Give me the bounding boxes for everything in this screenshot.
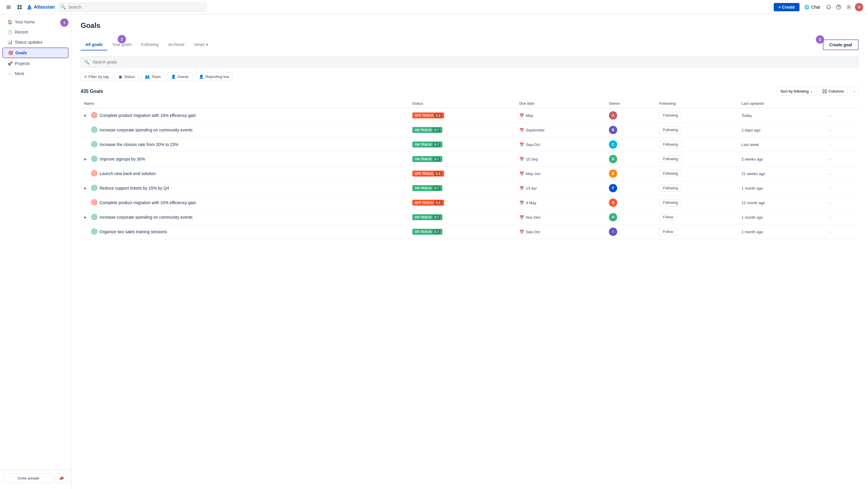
expand-icon[interactable]: ▶ <box>84 113 89 117</box>
goal-following-cell: Following <box>655 137 738 152</box>
expand-icon[interactable]: ▶ <box>84 157 89 161</box>
goal-owner-cell: C <box>606 137 655 152</box>
status-filter-button[interactable]: ▣ Status <box>115 73 139 81</box>
search-goals-input[interactable] <box>81 56 859 68</box>
due-date-value: May <box>526 113 533 118</box>
table-row: ▶ Increase corporate spending on communi… <box>81 210 859 225</box>
following-button[interactable]: Following <box>659 112 682 119</box>
goal-name[interactable]: Reduce support tickets by 15% by Q4 <box>100 186 169 191</box>
search-input[interactable] <box>58 3 207 11</box>
goals-table: Name Status Due date Owner Following Las… <box>81 99 859 239</box>
expand-icon[interactable]: ▶ <box>84 215 89 219</box>
calendar-icon: 📅 <box>519 186 524 191</box>
main-content: Goals All goals 2 Your goals Following A… <box>71 14 868 489</box>
topbar-left: Atlassian <box>5 3 55 11</box>
row-more-button[interactable]: ··· <box>827 141 832 148</box>
sidebar-item-recent[interactable]: 🕐 Recent <box>2 27 68 37</box>
row-more-button[interactable]: ··· <box>827 185 832 192</box>
goal-status-cell: ON TRACK 0.7 <box>409 210 516 225</box>
goal-last-updated-cell: 21 weeks ago <box>738 167 823 181</box>
goal-last-updated-cell: 2 weeks ago <box>738 152 823 167</box>
reporting-line-filter-button[interactable]: 👤 Reporting line <box>195 73 233 81</box>
tab-all-goals[interactable]: All goals <box>81 39 107 51</box>
goal-status-icon <box>91 141 97 148</box>
following-button[interactable]: Following <box>659 199 682 206</box>
due-date-value: 4 May <box>526 201 536 205</box>
sidebar-item-status-updates[interactable]: 📊 Status updates <box>2 37 68 47</box>
owner-avatar: E <box>609 169 617 178</box>
create-button[interactable]: + Create <box>774 3 800 11</box>
invite-people-button[interactable]: Invite people <box>4 473 53 483</box>
following-button[interactable]: Following <box>659 184 682 192</box>
svg-point-9 <box>848 6 849 8</box>
row-more-button[interactable]: ··· <box>827 127 832 134</box>
status-num: 0.7 <box>433 186 440 190</box>
due-date-value: May-Jun <box>526 172 541 176</box>
due-date-value: September <box>526 128 545 132</box>
goal-last-updated-cell: 1 month ago <box>738 210 823 225</box>
row-more-button[interactable]: ··· <box>827 214 832 221</box>
following-button[interactable]: Following <box>659 170 682 177</box>
goal-name[interactable]: Organize two sales training sessions <box>100 229 167 234</box>
due-date-value: 13 Apr <box>526 186 537 191</box>
search-bar: 🔍 <box>58 3 207 11</box>
megaphone-button[interactable]: 📣 <box>56 473 67 483</box>
goal-status-cell: ON TRACK 0.7 <box>409 137 516 152</box>
tab-views[interactable]: Views ▾ <box>189 39 213 51</box>
expand-icon[interactable]: ▶ <box>84 186 89 190</box>
goal-name[interactable]: Complete product migration with 10% effi… <box>100 113 196 118</box>
following-button[interactable]: Following <box>659 155 682 163</box>
avatar[interactable]: U <box>855 3 863 11</box>
following-button[interactable]: Following <box>659 126 682 134</box>
follow-button[interactable]: Follow <box>659 228 677 235</box>
goal-name[interactable]: Increase corporate spending on community… <box>100 215 193 220</box>
grid-button[interactable] <box>16 4 23 11</box>
create-goal-button[interactable]: Create goal <box>823 39 859 50</box>
settings-button[interactable] <box>845 3 852 11</box>
row-more-button[interactable]: ··· <box>827 199 832 206</box>
goal-name[interactable]: Complete product migration with 10% effi… <box>100 200 196 205</box>
row-more-button[interactable]: ··· <box>827 170 832 177</box>
search-goals-icon: 🔍 <box>84 60 89 64</box>
goal-name[interactable]: Launch new back-end solution <box>100 171 156 176</box>
tab-following[interactable]: Following <box>136 39 163 51</box>
columns-button[interactable]: Columns <box>819 87 847 95</box>
table-more-button[interactable]: ··· <box>850 87 859 95</box>
atlassian-logo[interactable]: Atlassian <box>27 4 55 10</box>
invite-people-label: Invite people <box>18 476 39 480</box>
notifications-button[interactable] <box>825 3 832 11</box>
last-updated-value: 21 weeks ago <box>741 172 765 176</box>
goal-row-actions-cell: ··· <box>823 181 859 196</box>
row-more-button[interactable]: ··· <box>827 156 832 163</box>
row-more-button[interactable]: ··· <box>827 112 832 119</box>
goal-due-date-cell: 📅 May-Jun <box>516 167 606 181</box>
goal-name-cell: ▶ Increase corporate spending on communi… <box>81 210 409 225</box>
team-filter-button[interactable]: 👥 Team <box>141 73 165 81</box>
follow-button[interactable]: Follow <box>659 213 677 221</box>
row-more-button[interactable]: ··· <box>827 228 832 235</box>
goal-due-date-cell: 📅 May <box>516 108 606 123</box>
sidebar-toggle-button[interactable] <box>5 3 12 11</box>
goal-row-actions-cell: ··· <box>823 225 859 239</box>
filter-by-tag-button[interactable]: # Filter by tag <box>81 73 112 81</box>
chat-button[interactable]: 🌐 Chat <box>802 4 823 11</box>
sidebar-item-projects[interactable]: 🚀 Projects <box>2 59 68 68</box>
tab-archived[interactable]: Archived <box>163 39 189 51</box>
goal-name[interactable]: Increase corporate spending on community… <box>100 127 193 132</box>
goal-name-cell: ▶ Complete product migration with 10% ef… <box>81 196 409 210</box>
goal-row-actions-cell: ··· <box>823 108 859 123</box>
goal-following-cell: Following <box>655 196 738 210</box>
following-button[interactable]: Following <box>659 141 682 148</box>
owner-filter-label: Owner <box>178 75 189 79</box>
owner-filter-button[interactable]: 👤 Owner <box>167 73 193 81</box>
goal-name[interactable]: Improve signups by 30% <box>100 157 145 162</box>
help-button[interactable] <box>835 3 842 11</box>
sidebar-item-goals[interactable]: 🎯 Goals <box>2 48 68 58</box>
goal-status-cell: ON TRACK 0.7 <box>409 152 516 167</box>
sidebar-item-more[interactable]: ··· More <box>2 69 68 78</box>
title-row: Goals <box>81 21 859 34</box>
goal-last-updated-cell: 1 month ago <box>738 181 823 196</box>
goal-name[interactable]: Increase the closure rate from 20% to 23… <box>100 142 178 147</box>
sidebar-item-your-home[interactable]: 🏠 Your home <box>2 17 68 27</box>
sort-button[interactable]: Sort by following ↓ <box>777 87 816 95</box>
